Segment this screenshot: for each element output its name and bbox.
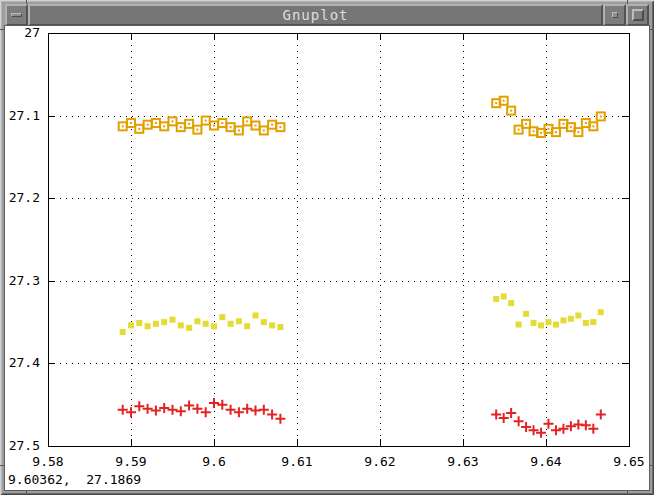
coordinate-readout: 9.60362, 27.1869 [8,472,141,487]
window-title: Gnuplot [28,4,603,26]
gnuplot-window: Gnuplot 9.589.599.69.619.629.639.649.652… [0,0,654,495]
svg-text:9.64: 9.64 [530,454,561,469]
svg-text:27: 27 [24,26,40,40]
svg-text:27.1: 27.1 [9,108,40,123]
svg-text:9.65: 9.65 [613,454,644,469]
maximize-icon [632,9,644,21]
svg-text:9.63: 9.63 [447,454,478,469]
minimize-button[interactable] [603,4,626,26]
svg-text:27.5: 27.5 [9,438,40,453]
window-menu-icon [11,13,22,17]
frame-notch [26,491,27,495]
svg-text:27.2: 27.2 [9,190,40,205]
frame-notch [649,29,654,30]
svg-text:9.6: 9.6 [202,454,225,469]
svg-text:9.62: 9.62 [364,454,395,469]
svg-text:27.3: 27.3 [9,273,40,288]
plot-client-area: 9.589.599.69.619.629.639.649.652727.127.… [5,26,649,490]
frame-notch [26,0,27,4]
window-menu-button[interactable] [5,4,28,26]
maximize-button[interactable] [626,4,649,26]
frame-notch [627,491,628,495]
gnuplot-chart: 9.589.599.69.619.629.639.649.652727.127.… [5,26,649,490]
frame-notch [627,0,628,4]
titlebar[interactable]: Gnuplot [5,4,649,26]
svg-text:27.4: 27.4 [9,355,40,370]
svg-text:9.59: 9.59 [115,454,146,469]
svg-text:9.58: 9.58 [32,454,63,469]
frame-notch [649,465,654,466]
minimize-icon [612,12,618,18]
svg-text:9.61: 9.61 [281,454,312,469]
